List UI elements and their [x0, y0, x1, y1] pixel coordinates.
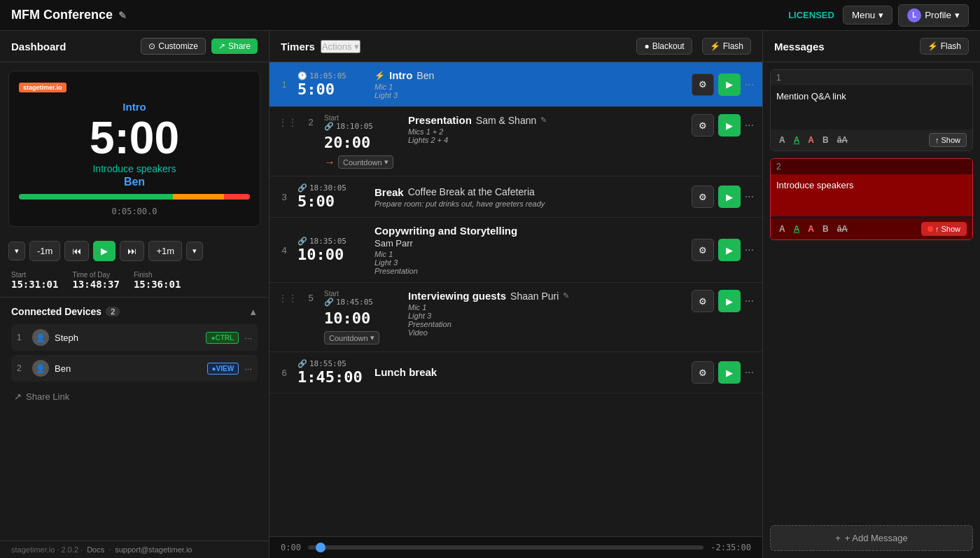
timer-duration-5: 10:00	[324, 309, 401, 327]
timer-more-6[interactable]: ···	[745, 366, 754, 379]
plus-dropdown-button[interactable]: ▾	[186, 242, 203, 260]
timer-settings-1[interactable]: ⚙	[692, 74, 714, 96]
edit-title-icon[interactable]: ✎	[118, 10, 127, 21]
add-message-button[interactable]: + + Add Message	[770, 525, 973, 551]
customize-button[interactable]: ⊙ Customize	[141, 38, 206, 55]
device-num-1: 1	[17, 333, 27, 342]
share-link-icon: ↗	[14, 391, 22, 402]
strikethrough-button-1[interactable]: āA	[834, 134, 850, 146]
menu-button[interactable]: Menu ▾	[843, 6, 892, 25]
strikethrough-button-2[interactable]: āA	[834, 223, 850, 235]
share-link-button[interactable]: ↗ Share Link	[11, 386, 258, 407]
timer-actions-3: ⚙ ▶ ···	[692, 186, 754, 208]
timer-play-6[interactable]: ▶	[718, 361, 741, 384]
next-button[interactable]: ⏭	[120, 241, 144, 261]
timer-settings-2[interactable]: ⚙	[692, 114, 714, 137]
timer-time-col-1: 🕐 18:05:05 5:00	[298, 71, 368, 98]
timer-info-5: Interviewing guests Shaan Puri ✎ Mic 1 L…	[408, 290, 685, 337]
flash-button-timers[interactable]: ⚡ Flash	[702, 38, 751, 55]
device-badge-view: ●VIEW	[207, 363, 239, 375]
timer-play-1[interactable]: ▶	[718, 74, 741, 96]
plus-button[interactable]: +1m	[148, 241, 182, 261]
link-icon: 🔗	[298, 183, 307, 193]
timer-item-2: ⋮⋮ 2 Start 🔗 18:10:05 20:00 →	[270, 107, 762, 176]
link-icon: 🔗	[298, 237, 307, 246]
time-info: Start 15:31:01 Time of Day 13:48:37 Fini…	[0, 267, 269, 298]
play-button[interactable]: ▶	[93, 241, 115, 261]
timer-title-sub-1: Ben	[416, 70, 434, 81]
timer-play-2[interactable]: ▶	[718, 114, 741, 137]
drag-handle-5[interactable]: ⋮⋮	[278, 293, 298, 304]
timer-edit-5[interactable]: ✎	[563, 291, 569, 300]
prev-button[interactable]: ⏮	[64, 241, 89, 261]
font-a-green-button-1[interactable]: A	[791, 134, 803, 146]
message-textarea-1[interactable]: Mention Q&A link	[771, 85, 972, 127]
countdown-badge-2[interactable]: Countdown ▾	[338, 155, 393, 169]
device-menu-steph[interactable]: ···	[244, 333, 252, 343]
share-icon: ↗	[218, 41, 225, 51]
timer-edit-2[interactable]: ✎	[540, 116, 547, 125]
device-avatar-steph: 👤	[32, 329, 49, 346]
messages-list: 1 Mention Q&A link A A A B āA ↑ Show	[763, 62, 980, 518]
font-a-button-2[interactable]: A	[776, 223, 788, 235]
bold-button-2[interactable]: B	[820, 223, 832, 235]
timer-more-4[interactable]: ···	[745, 244, 754, 256]
font-a-button-1[interactable]: A	[776, 134, 788, 146]
share-link-label: Share Link	[26, 391, 69, 402]
preview-bar	[19, 194, 250, 200]
footer-version: stagetimer.io · 2.0.2 ·	[11, 545, 83, 554]
timer-more-3[interactable]: ···	[745, 190, 754, 203]
messages-flash-button[interactable]: ⚡ Flash	[920, 38, 969, 55]
blackout-button[interactable]: ● Blackout	[636, 38, 692, 55]
footer-docs-link[interactable]: Docs	[87, 545, 104, 554]
timer-settings-4[interactable]: ⚙	[692, 239, 714, 261]
timer-item-1-inner: 1 🕐 18:05:05 5:00 ⚡ Intro Ben	[270, 62, 762, 106]
timer-play-4[interactable]: ▶	[718, 239, 741, 261]
timer-num-2: 2	[304, 117, 317, 127]
dropdown-arrow-button[interactable]: ▾	[8, 242, 25, 260]
preview-logo: stagetimer.io	[19, 83, 66, 92]
timer-duration-3: 5:00	[298, 193, 368, 210]
topnav: MFM Conference ✎ LICENSED Menu ▾ L Profi…	[0, 0, 980, 31]
device-menu-ben[interactable]: ···	[244, 363, 252, 374]
footer-support-link[interactable]: support@stagetimer.io	[115, 545, 192, 554]
timer-settings-3[interactable]: ⚙	[692, 186, 714, 208]
progress-thumb[interactable]	[316, 543, 326, 552]
profile-button[interactable]: L Profile ▾	[898, 4, 969, 27]
timer-more-1[interactable]: ···	[745, 78, 754, 91]
timer-more-5[interactable]: ···	[745, 295, 754, 307]
device-avatar-ben: 👤	[32, 360, 49, 377]
timer-meta-3: Prepare room: put drinks out, have greet…	[374, 200, 685, 208]
font-a-green-button-2[interactable]: A	[791, 223, 803, 235]
finish-time-info: Finish 15:36:01	[134, 271, 181, 290]
connected-devices-title: Connected Devices	[11, 306, 102, 317]
timer-info-6: Lunch break	[374, 366, 685, 379]
countdown-badge-5[interactable]: Countdown ▾	[324, 331, 379, 344]
timer-item-4: 4 🔗 18:35:05 10:00 Copywriting and Story…	[270, 218, 762, 283]
font-a-red-button-1[interactable]: A	[805, 134, 817, 146]
drag-handle-2[interactable]: ⋮⋮	[278, 117, 298, 128]
message-card-2: 2 Introduce speakers A A A B āA ↑ Show	[770, 158, 973, 240]
device-badge-ctrl: ●CTRL	[206, 332, 239, 344]
show-button-2[interactable]: ↑ Show	[921, 222, 967, 236]
timer-play-3[interactable]: ▶	[718, 186, 741, 208]
timer-title-sub-3: Coffee Break at the Cafeteria	[408, 186, 535, 197]
progress-track[interactable]	[308, 545, 704, 550]
actions-button[interactable]: Actions ▾	[321, 40, 360, 53]
timer-more-2[interactable]: ···	[745, 119, 754, 132]
message-textarea-2[interactable]: Introduce speakers	[771, 174, 972, 216]
timer-play-5[interactable]: ▶	[718, 290, 741, 312]
share-button[interactable]: ↗ Share	[211, 39, 258, 54]
timer-settings-6[interactable]: ⚙	[692, 361, 714, 384]
bold-button-1[interactable]: B	[820, 134, 832, 146]
link-icon: 🔗	[298, 359, 307, 368]
minus-button[interactable]: -1m	[29, 241, 60, 261]
chevron-down-icon: ▾	[354, 41, 359, 52]
dashboard-title: Dashboard	[11, 41, 135, 53]
font-a-red-button-2[interactable]: A	[805, 223, 817, 235]
timer-settings-5[interactable]: ⚙	[692, 290, 714, 312]
timer-actions-2: ⚙ ▶ ···	[692, 114, 754, 137]
timer-title-main-2: Presentation	[408, 114, 472, 126]
collapse-icon[interactable]: ▲	[248, 307, 258, 317]
show-button-1[interactable]: ↑ Show	[929, 133, 967, 147]
